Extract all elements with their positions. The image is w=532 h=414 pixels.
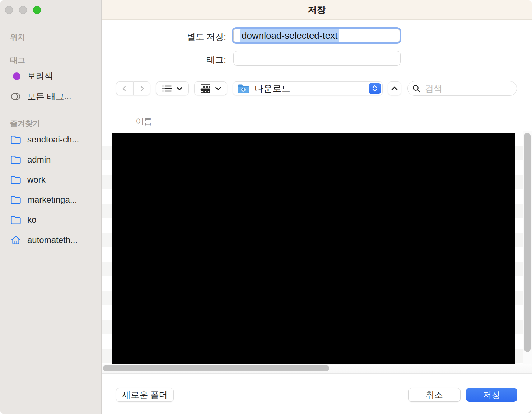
chevron-right-icon	[138, 85, 146, 93]
chevron-up-icon	[391, 86, 398, 91]
search-field[interactable]	[407, 81, 517, 96]
horizontal-scrollbar[interactable]	[102, 364, 532, 374]
forward-button[interactable]	[133, 81, 150, 95]
location-dropdown[interactable]: 다운로드	[233, 81, 383, 95]
sidebar-item-marketing[interactable]: marketinga...	[10, 193, 96, 206]
minimize-window-button[interactable]	[19, 6, 27, 14]
zoom-window-button[interactable]	[33, 6, 41, 14]
sidebar-item-home[interactable]: automateth...	[10, 234, 96, 246]
filename-selected-text: download-selected-text	[240, 29, 339, 42]
sidebar-item-all-tags[interactable]: 모든 태그...	[10, 90, 96, 103]
sidebar-item-label: automateth...	[27, 235, 78, 245]
chevron-down-icon	[215, 86, 221, 91]
save-dialog-window: 위치 태그 보라색 모든 태그... 즐겨찾기 sendtoai-ch...	[0, 0, 532, 414]
sidebar-item-label: 모든 태그...	[27, 91, 71, 102]
folder-icon	[10, 134, 22, 145]
sidebar-item-label: sendtoai-ch...	[27, 135, 79, 145]
parent-folder-button[interactable]	[388, 81, 401, 95]
folder-icon	[10, 154, 22, 165]
save-button[interactable]: 저장	[466, 388, 517, 402]
purple-tag-dot-icon	[10, 71, 22, 81]
sidebar-item-admin[interactable]: admin	[10, 153, 96, 166]
sidebar-section-favorites: 즐겨찾기	[10, 118, 40, 128]
sidebar-item-label: marketinga...	[27, 195, 77, 205]
new-folder-button[interactable]: 새로운 폴더	[116, 388, 174, 402]
sidebar: 위치 태그 보라색 모든 태그... 즐겨찾기 sendtoai-ch...	[0, 0, 102, 414]
resize-grip[interactable]	[526, 408, 531, 413]
close-window-button[interactable]	[5, 6, 13, 14]
dialog-title: 저장	[308, 4, 326, 16]
sidebar-item-ko[interactable]: ko	[10, 213, 96, 226]
titlebar: 저장	[102, 0, 532, 20]
chevron-left-icon	[121, 85, 129, 93]
list-view-icon	[162, 84, 172, 93]
folder-icon	[10, 194, 22, 205]
sidebar-item-label: 보라색	[27, 70, 53, 82]
folder-icon	[10, 215, 22, 225]
sidebar-item-purple-tag[interactable]: 보라색	[10, 70, 96, 83]
search-input[interactable]	[424, 83, 512, 94]
name-column-label: 이름	[136, 116, 152, 127]
horizontal-scrollbar-thumb[interactable]	[103, 365, 329, 371]
vertical-scrollbar-thumb[interactable]	[524, 133, 531, 352]
folder-icon	[10, 174, 22, 185]
filename-input[interactable]: download-selected-text	[232, 27, 401, 44]
stepper-icon	[369, 83, 381, 94]
sidebar-item-sendtoai[interactable]: sendtoai-ch...	[10, 133, 96, 146]
back-button[interactable]	[116, 81, 133, 95]
list-column-header[interactable]: 이름	[102, 112, 532, 131]
save-as-label: 별도 저장:	[154, 31, 226, 43]
list-view-button[interactable]	[156, 81, 189, 95]
cancel-button[interactable]: 취소	[408, 388, 461, 402]
search-icon	[412, 84, 421, 93]
redacted-content-region	[112, 133, 515, 364]
tags-input[interactable]	[233, 51, 401, 66]
vertical-scrollbar[interactable]	[523, 131, 532, 374]
sidebar-item-label: work	[27, 175, 46, 185]
group-view-icon	[200, 84, 211, 93]
downloads-folder-icon	[237, 83, 249, 94]
sidebar-section-locations: 위치	[10, 32, 25, 42]
group-view-button[interactable]	[194, 81, 227, 95]
sidebar-item-work[interactable]: work	[10, 173, 96, 186]
home-icon	[10, 235, 22, 245]
location-dropdown-label: 다운로드	[255, 83, 290, 94]
sidebar-section-tags: 태그	[10, 55, 25, 65]
tags-label: 태그:	[154, 54, 226, 66]
sidebar-item-label: ko	[27, 215, 36, 225]
all-tags-icon	[10, 91, 22, 102]
sidebar-item-label: admin	[27, 155, 51, 165]
chevron-down-icon	[176, 86, 183, 91]
footer-bar: 새로운 폴더 취소 저장	[102, 374, 532, 414]
